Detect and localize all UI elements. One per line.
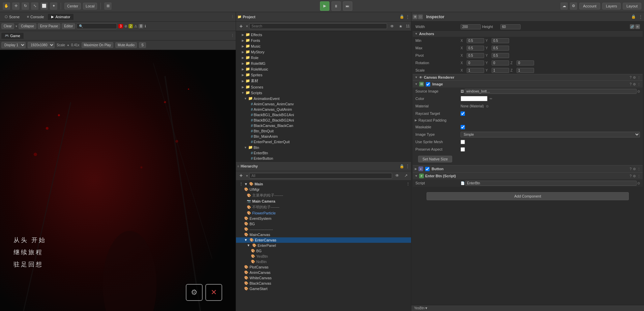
color-eyedropper-icon[interactable]: ✏ — [490, 97, 492, 101]
h-item-entercanvas[interactable]: ▼ 🎨 EnterCanvas — [236, 237, 411, 243]
local-button[interactable]: Local — [83, 3, 97, 9]
folder-animationevent[interactable]: ▼ 📁 AnimationEvent — [236, 96, 411, 101]
layers-button[interactable]: Layers — [602, 3, 621, 9]
h-main-more[interactable]: ⋮ — [406, 182, 410, 186]
scale-z-input[interactable] — [517, 68, 534, 73]
hierarchy-add-dropdown[interactable]: ▾ — [246, 174, 248, 178]
h-item-yesbtn[interactable]: 🎨 YesBtn — [236, 254, 411, 259]
h-item-animcanvas[interactable]: 🎨 AnimCanvas — [236, 270, 411, 275]
image-type-select[interactable]: Simple Sliced Tiled Filled — [461, 132, 640, 137]
h-item-main[interactable]: ⋮ ▼ 🎨 Main ⋮ — [236, 181, 411, 187]
anchor-max-y-input[interactable] — [492, 46, 509, 51]
transform-icon[interactable]: ⊞ — [413, 15, 417, 19]
folder-fonts[interactable]: ▶ 📁 Fonts — [236, 37, 411, 43]
button-gear-icon[interactable]: ⚙ — [633, 167, 636, 171]
account-button[interactable]: Account — [579, 3, 600, 9]
button-help-icon[interactable]: ? — [630, 167, 632, 171]
lock-aspect-icon[interactable]: 🔗 — [630, 24, 635, 29]
pivot-y-input[interactable] — [492, 53, 509, 58]
tab-scene[interactable]: ⬡ Scene — [1, 14, 23, 20]
center-button[interactable]: Center — [64, 3, 81, 9]
scene-tab-more[interactable]: ⋮ — [231, 15, 234, 19]
editor-button[interactable]: Editor — [62, 23, 75, 29]
script-enterbtn[interactable]: # EnterBtn — [236, 150, 411, 156]
script-btn-mainanim[interactable]: # Btn_MainAnim — [236, 134, 411, 139]
project-lock-icon[interactable]: 🔒 — [400, 15, 404, 19]
anchor-min-y-input[interactable] — [492, 38, 509, 43]
tab-game[interactable]: 🎮 Game — [1, 33, 24, 39]
h-item-blackcanvas[interactable]: 🎨 BlackCanvas — [236, 281, 411, 286]
s-btn[interactable]: S — [139, 42, 146, 48]
folder-btn[interactable]: ▼ 📁 Btn — [236, 145, 411, 150]
folder-sucai[interactable]: ▶ 📁 素材 — [236, 78, 411, 84]
folder-music[interactable]: ▶ 📁 Music — [236, 43, 411, 49]
hierarchy-icon-btn-2[interactable]: ↗ — [402, 172, 410, 179]
project-icon-btn-1[interactable]: 👁 — [388, 23, 396, 30]
anchor-max-x-input[interactable] — [467, 46, 484, 51]
height-input[interactable] — [500, 24, 521, 29]
game-tab-more[interactable]: ⋮ — [231, 33, 234, 38]
source-image-input[interactable] — [465, 89, 637, 94]
button-comp-checkbox[interactable] — [425, 167, 430, 171]
inspector-more-icon[interactable]: ⋮ — [639, 15, 643, 19]
canvas-renderer-more-icon[interactable]: ⋮ — [637, 76, 641, 79]
script-tabbtn[interactable]: # TabBtn — [236, 161, 411, 161]
play-button[interactable]: ▶ — [320, 1, 329, 11]
script-gear-icon[interactable]: ⚙ — [633, 174, 636, 178]
folder-scenes[interactable]: ▶ 📁 Scenes — [236, 84, 411, 90]
h-item-flowerparticle[interactable]: 🎨 FlowerParticle — [236, 210, 411, 216]
preserve-aspect-checkbox[interactable] — [461, 147, 465, 152]
project-icon-btn-2[interactable]: ★ — [397, 23, 405, 30]
h-item-enterpanel-bg[interactable]: 🎨 BG — [236, 248, 411, 254]
raycast-padding-section[interactable]: ▶ Raycast Padding — [413, 117, 643, 123]
collapse-button[interactable]: Collapse — [19, 23, 36, 29]
move-tool[interactable]: ✛ — [12, 2, 20, 10]
h-item-enterpanel[interactable]: ▼ 🎨 EnterPanel — [236, 243, 411, 248]
anchor-min-x-input[interactable] — [467, 38, 484, 43]
project-search-input[interactable] — [249, 23, 387, 29]
scale-x-input[interactable] — [467, 68, 484, 73]
maskable-checkbox[interactable] — [461, 125, 465, 129]
hierarchy-lock-icon[interactable]: 🔒 — [400, 164, 404, 169]
h-item-nobtn[interactable]: 🎨 NoBtn — [236, 259, 411, 264]
add-component-btn[interactable]: Add Component — [427, 192, 628, 200]
settings-icon[interactable]: ⚙ — [570, 2, 577, 10]
folder-sprites[interactable]: ▶ 📁 Sprites — [236, 72, 411, 78]
bottom-label[interactable]: YesBtn▼ — [414, 306, 428, 310]
scale-tool[interactable]: ⤡ — [31, 2, 38, 10]
grid-icon[interactable]: ⊞ — [104, 2, 112, 10]
h-item-plotcanvas[interactable]: 🎨 PlotCanvas — [236, 264, 411, 270]
scale-y-input[interactable] — [492, 68, 509, 73]
folder-mystory[interactable]: ▶ 📁 MyStory — [236, 49, 411, 55]
reset-icon[interactable]: R — [635, 24, 640, 29]
h-item-uimgr[interactable]: 🎨 UIMgr — [236, 187, 411, 192]
script-value-input[interactable] — [465, 181, 637, 186]
resolution-select[interactable]: 1920x1080 — [28, 42, 55, 48]
project-add-dropdown[interactable]: ▾ — [246, 24, 248, 28]
display-select[interactable]: Display 1 — [1, 42, 26, 48]
pause-button[interactable]: ⏸ — [331, 1, 341, 11]
step-button[interactable]: ⏭ — [343, 1, 352, 11]
inspector-lock-icon[interactable]: 🔒 — [631, 15, 636, 19]
close-game-btn[interactable]: ✕ — [205, 284, 222, 301]
clear-dropdown-arrow[interactable]: ▾ — [16, 24, 17, 28]
hierarchy-more-icon[interactable]: ⋮ — [406, 164, 410, 169]
h-item-zhucaidan[interactable]: 🎨 主菜单的粒子------- — [236, 192, 411, 199]
folder-effects[interactable]: ▶ 📁 Effects — [236, 32, 411, 37]
rotate-tool[interactable]: ↻ — [22, 2, 29, 10]
image-help-icon[interactable]: ? — [630, 82, 632, 86]
rect-tool[interactable]: ⬜ — [40, 2, 48, 10]
rotation-y-input[interactable] — [492, 60, 509, 66]
error-pause-button[interactable]: Error Pause — [38, 23, 60, 29]
pivot-x-input[interactable] — [467, 53, 484, 58]
script-select-icon[interactable]: ⊙ — [637, 181, 640, 185]
script-help-icon[interactable]: ? — [630, 174, 632, 178]
h-item-buming[interactable]: 🎨 不明的粒子------- — [236, 204, 411, 210]
script-blackbg1[interactable]: # BlackBG1_BlackBG1Ani — [236, 112, 411, 118]
script-blackcanvas[interactable]: # BlackCanvas_BlackCan — [236, 123, 411, 128]
h-item-sep[interactable]: 🎨 ------------------- — [236, 227, 411, 232]
folder-rolemusic[interactable]: ▶ 📁 RoleMusic — [236, 66, 411, 72]
raycast-target-checkbox[interactable] — [461, 111, 465, 116]
settings-game-btn[interactable]: ⚙ — [186, 284, 203, 301]
hierarchy-search-input[interactable] — [249, 173, 392, 179]
